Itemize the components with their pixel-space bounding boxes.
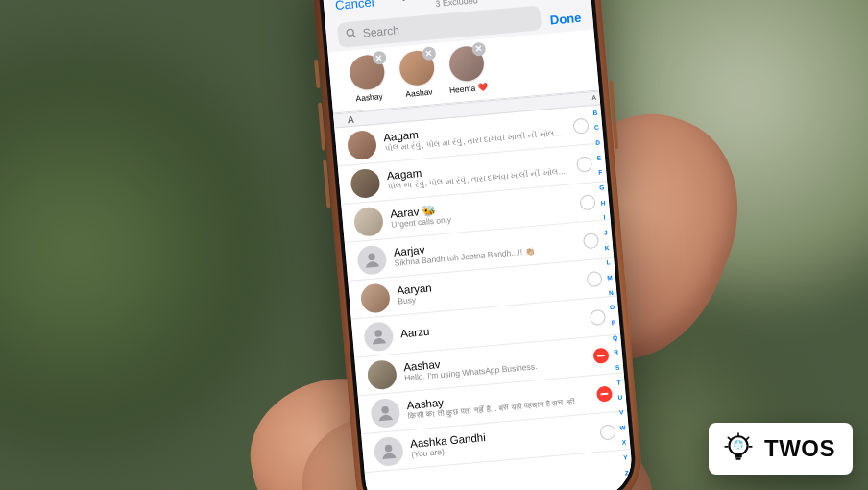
svg-line-12 xyxy=(747,437,749,439)
avatar xyxy=(347,129,378,160)
index-letter[interactable]: W xyxy=(619,425,626,431)
index-letter[interactable]: O xyxy=(610,305,615,311)
index-letter[interactable]: Z xyxy=(624,470,629,477)
select-circle[interactable] xyxy=(576,156,592,172)
scene: 6:01 xyxy=(0,0,868,490)
select-circle[interactable] xyxy=(572,117,589,134)
index-letter[interactable]: C xyxy=(594,125,599,132)
index-letter[interactable]: I xyxy=(603,215,605,222)
chip-label: Heema ❤️ xyxy=(449,82,489,95)
remove-chip-icon[interactable]: ✕ xyxy=(422,46,436,61)
avatar xyxy=(356,244,388,276)
contact-text: Aashka Gandhi(You are) xyxy=(410,422,593,459)
avatar xyxy=(370,397,401,429)
index-letter[interactable]: M xyxy=(607,275,613,282)
contact-text: Aarzu xyxy=(400,312,583,341)
index-letter[interactable]: F xyxy=(598,170,603,177)
done-button[interactable]: Done xyxy=(549,4,582,27)
excluded-chip[interactable]: ✕ Aashav xyxy=(396,49,440,99)
index-letter[interactable]: N xyxy=(609,290,614,297)
avatar xyxy=(353,206,385,237)
avatar xyxy=(360,282,392,314)
index-letter[interactable]: P xyxy=(612,320,616,327)
screen: 6:01 xyxy=(320,0,634,490)
phone: 6:01 xyxy=(309,0,644,490)
select-circle[interactable] xyxy=(583,233,599,249)
index-letter[interactable]: R xyxy=(614,350,618,356)
excluded-chip[interactable]: ✕ Aashay xyxy=(346,54,390,104)
index-letter[interactable]: # xyxy=(626,485,630,490)
avatar: ✕ xyxy=(349,54,386,91)
lightbulb-icon xyxy=(722,432,755,465)
index-letter[interactable]: J xyxy=(604,230,608,236)
select-circle[interactable] xyxy=(586,270,602,286)
index-letter[interactable]: T xyxy=(616,380,621,386)
index-letter[interactable]: B xyxy=(592,110,597,116)
index-letter[interactable]: X xyxy=(622,440,627,447)
remove-chip-icon[interactable]: ✕ xyxy=(471,42,486,57)
select-circle[interactable] xyxy=(579,194,595,210)
brand-text: TWOS xyxy=(764,435,835,462)
index-letter[interactable]: S xyxy=(615,365,620,372)
select-circle[interactable] xyxy=(590,308,606,325)
index-letter[interactable]: E xyxy=(597,155,602,161)
avatar xyxy=(367,358,398,390)
svg-point-4 xyxy=(381,405,389,413)
svg-point-3 xyxy=(374,329,382,336)
index-letter[interactable]: V xyxy=(619,410,624,417)
index-letter[interactable]: A xyxy=(591,95,596,102)
avatar xyxy=(363,321,395,353)
remove-chip-icon[interactable]: ✕ xyxy=(373,51,387,65)
remove-icon[interactable] xyxy=(592,347,609,363)
index-letter[interactable]: K xyxy=(605,245,610,252)
chip-label: Aashav xyxy=(405,87,433,99)
avatar xyxy=(350,167,381,199)
svg-line-11 xyxy=(728,437,730,439)
index-letter[interactable]: Q xyxy=(613,334,618,341)
contact-list[interactable]: A Aagamપોલ મા રેવું, પોલ મા રેવું, તારા … xyxy=(333,90,635,490)
remove-icon[interactable] xyxy=(596,385,613,402)
avatar: ✕ xyxy=(447,45,485,83)
index-letter[interactable]: Y xyxy=(623,454,628,461)
search-placeholder: Search xyxy=(362,23,399,39)
svg-point-2 xyxy=(368,253,375,260)
chip-label: Aashay xyxy=(355,91,383,103)
cancel-button[interactable]: Cancel xyxy=(334,0,374,12)
index-letter[interactable]: G xyxy=(599,184,605,191)
avatar xyxy=(374,435,405,467)
avatar: ✕ xyxy=(398,49,436,86)
contact-name: Aarzu xyxy=(400,312,583,341)
index-letter[interactable]: H xyxy=(601,200,606,207)
svg-rect-8 xyxy=(735,458,740,460)
svg-point-5 xyxy=(384,444,392,452)
excluded-chip[interactable]: ✕ Heema ❤️ xyxy=(446,45,490,95)
brand-badge: TWOS xyxy=(709,423,853,475)
index-letter[interactable]: L xyxy=(606,259,611,266)
index-letter[interactable]: D xyxy=(595,140,600,147)
index-letter[interactable]: U xyxy=(617,395,622,402)
search-icon xyxy=(345,27,357,42)
svg-rect-7 xyxy=(735,453,741,457)
select-circle[interactable] xyxy=(599,424,615,440)
